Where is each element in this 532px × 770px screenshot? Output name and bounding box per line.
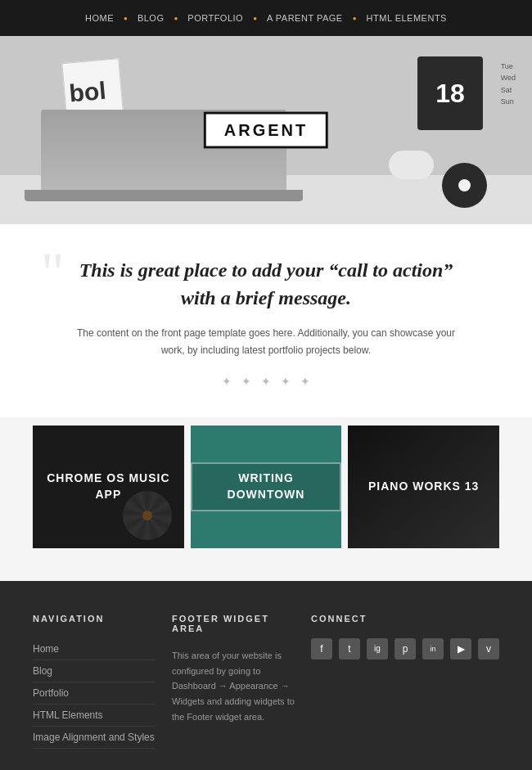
footer-columns: NAVIGATION Home Blog Portfolio HTML Elem… [33,614,499,749]
footer-link-portfolio[interactable]: Portfolio [33,682,156,705]
hero-logo[interactable]: ARGENT [204,112,328,149]
footer-link-html-elements[interactable]: HTML Elements [33,705,156,727]
portfolio-label-1: CHROME OS MUSIC APP [33,471,184,502]
footer-widget-text: This area of your website is configured … [172,648,295,724]
footer-link-image-alignment[interactable]: Image Alignment and Styles [33,727,156,749]
social-twitter-icon[interactable]: t [339,638,360,660]
cta-body: The content on the front page template g… [65,325,467,358]
hero-record [442,163,487,208]
main-nav: HOME ● BLOG ● PORTFOLIO ● A PARENT PAGE … [0,0,532,36]
portfolio-item-1[interactable]: CHROME OS MUSIC APP [33,426,184,548]
nav-dot-2: ● [172,15,179,22]
calendar-days: Tue Wed Sat Sun [501,61,516,108]
nav-blog[interactable]: BLOG [129,13,173,23]
nav-dot-4: ● [351,15,358,22]
footer-widget-col: FOOTER WIDGET AREA This area of your web… [172,614,295,749]
portfolio-item-2[interactable]: WRITING DOWNTOWN [191,426,342,548]
social-icons-row: f t ig p in ▶ v [311,638,499,660]
footer-connect-col: CONNECT f t ig p in ▶ v [311,614,499,749]
footer-connect-title: CONNECT [311,614,499,624]
cta-stars: ✦ ✦ ✦ ✦ ✦ [65,375,467,389]
nav-html-elements[interactable]: HTML ELEMENTS [358,13,455,23]
cta-heading: This is great place to add your “call to… [65,257,467,312]
cta-section: " This is great place to add your “call … [0,224,532,417]
decorative-quote: " [41,245,65,302]
footer: NAVIGATION Home Blog Portfolio HTML Elem… [0,581,532,770]
footer-nav-title: NAVIGATION [33,614,156,624]
portfolio-label-2: WRITING DOWNTOWN [191,462,342,511]
nav-dot-1: ● [122,15,129,22]
social-pinterest-icon[interactable]: p [394,638,416,660]
social-youtube-icon[interactable]: ▶ [450,638,471,660]
social-linkedin-icon[interactable]: in [422,638,444,660]
hero-mouse [389,151,434,179]
nav-home[interactable]: HOME [77,13,122,23]
social-instagram-icon[interactable]: ig [367,638,388,660]
social-facebook-icon[interactable]: f [311,638,332,660]
social-vimeo-icon[interactable]: v [478,638,499,660]
portfolio-label-3: PIANO WORKS 13 [368,479,479,495]
nav-parent-page[interactable]: A PARENT PAGE [259,13,351,23]
footer-link-home[interactable]: Home [33,638,156,660]
footer-nav-col: NAVIGATION Home Blog Portfolio HTML Elem… [33,614,156,749]
hero-section: 18 Tue Wed Sat Sun ARGENT [0,36,532,224]
calendar-number: 18 [435,80,465,106]
nav-portfolio[interactable]: PORTFOLIO [179,13,251,23]
hero-calendar: 18 Tue Wed Sat Sun [417,56,483,130]
footer-widget-title: FOOTER WIDGET AREA [172,614,295,633]
nav-dot-3: ● [251,15,259,22]
portfolio-grid: CHROME OS MUSIC APP WRITING DOWNTOWN PIA… [0,417,532,581]
portfolio-item-3[interactable]: PIANO WORKS 13 [348,426,499,548]
footer-link-blog[interactable]: Blog [33,660,156,682]
